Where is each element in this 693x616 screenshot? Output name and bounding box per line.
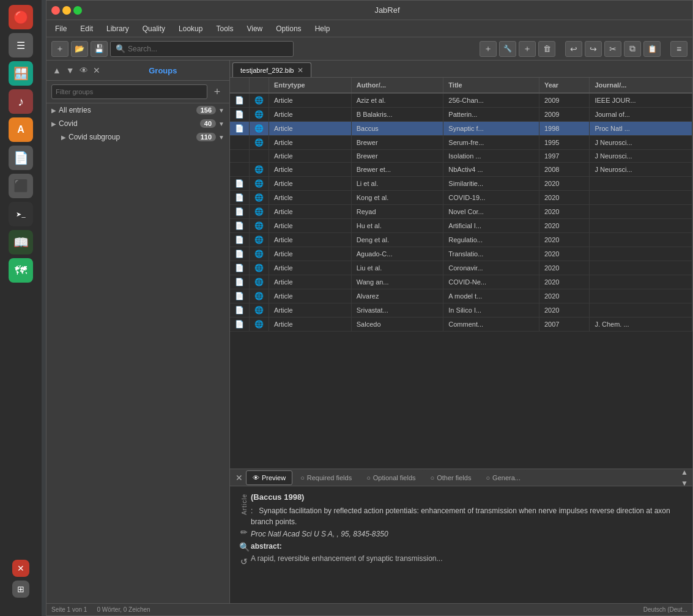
- cell-entrytype: Article: [269, 317, 352, 332]
- all-entries-label: All entries: [59, 106, 196, 114]
- col-entrytype[interactable]: Entrytype: [269, 78, 352, 93]
- table-row[interactable]: 🌐ArticleBrewerSerum-fre...1995J Neurosci…: [230, 136, 692, 150]
- table-row[interactable]: 📄🌐ArticleAguado-C...Translatio...2020: [230, 247, 692, 261]
- save-button[interactable]: 💾: [91, 41, 108, 57]
- menu-tools[interactable]: Tools: [210, 22, 239, 35]
- menu-file[interactable]: File: [49, 22, 73, 35]
- cell-entrytype: Article: [269, 122, 352, 136]
- cell-entrytype: Article: [269, 191, 352, 205]
- filter-groups-input[interactable]: [51, 84, 207, 99]
- sidebar-item-covid[interactable]: ▶ Covid 40 ▼: [46, 117, 229, 130]
- edit-icon[interactable]: ✏: [240, 527, 248, 537]
- taskbar-app9[interactable]: 📖: [9, 230, 33, 254]
- close-button[interactable]: [51, 6, 60, 15]
- tab-other-fields[interactable]: ○ Other fields: [424, 470, 478, 485]
- expand-up-button[interactable]: ▲: [679, 467, 690, 478]
- cell-title: Coronavir...: [443, 261, 539, 275]
- open-library-button[interactable]: 📂: [71, 41, 88, 57]
- all-entries-arrow: ▶: [51, 107, 56, 114]
- file-icon: 📄: [235, 236, 244, 244]
- tab-close-icon[interactable]: ✕: [297, 66, 303, 75]
- paste-button[interactable]: 📋: [643, 41, 661, 57]
- taskbar-app7[interactable]: ⬛: [9, 174, 33, 198]
- table-row[interactable]: 📄🌐ArticleKong et al.COVID-19...2020: [230, 191, 692, 205]
- close-groups-icon[interactable]: ✕: [92, 64, 102, 76]
- menu-help[interactable]: Help: [309, 22, 336, 35]
- col-title[interactable]: Title: [443, 78, 539, 93]
- taskbar-app4[interactable]: ♪: [9, 89, 33, 114]
- table-row[interactable]: 📄🌐ArticleSalcedoComment...2007J. Chem. .…: [230, 317, 692, 332]
- menu-lookup[interactable]: Lookup: [172, 22, 209, 35]
- delete-button[interactable]: 🗑: [538, 41, 555, 57]
- cell-web-icon: 🌐: [250, 108, 269, 122]
- taskbar-app1[interactable]: 🔴: [9, 5, 33, 29]
- sidebar-item-all-entries[interactable]: ▶ All entries 156 ▼: [46, 103, 229, 117]
- table-row[interactable]: 📄🌐ArticleLiu et al.Coronavir...2020: [230, 261, 692, 275]
- add-from-id-button[interactable]: 🔧: [499, 41, 516, 57]
- add-from-web-button[interactable]: ＋: [519, 41, 536, 57]
- table-row[interactable]: 📄🌐ArticleLi et al.Similaritie...2020: [230, 177, 692, 191]
- cell-year: 2007: [539, 317, 590, 332]
- refresh-icon[interactable]: ↺: [240, 557, 248, 566]
- window-title: JabRef: [87, 6, 687, 15]
- menu-view[interactable]: View: [240, 22, 269, 35]
- table-row[interactable]: 📄🌐ArticleReyadNovel Cor...2020: [230, 205, 692, 219]
- sort-up-icon[interactable]: ▲: [51, 64, 62, 76]
- taskbar-app10[interactable]: 🗺: [9, 258, 33, 283]
- taskbar-error[interactable]: ✕: [12, 560, 29, 577]
- taskbar-grid[interactable]: ⊞: [12, 581, 29, 598]
- menu-quality[interactable]: Quality: [136, 22, 171, 35]
- cut-button[interactable]: ✂: [604, 41, 621, 57]
- table-row[interactable]: 📄🌐ArticleDeng et al.Regulatio...2020: [230, 233, 692, 247]
- menu-options[interactable]: Options: [270, 22, 307, 35]
- cell-entrytype: Article: [269, 108, 352, 122]
- search-input[interactable]: [128, 45, 287, 53]
- more-button[interactable]: ≡: [670, 41, 687, 57]
- table-row[interactable]: 📄🌐ArticleWang an...COVID-Ne...2020: [230, 275, 692, 289]
- add-group-button[interactable]: +: [210, 84, 224, 99]
- taskbar-app3[interactable]: 🪟: [9, 61, 33, 86]
- table-row[interactable]: 📄🌐ArticleAziz et al.256-Chan...2009IEEE …: [230, 93, 692, 108]
- sort-down-icon[interactable]: ▼: [65, 64, 76, 76]
- file-icon: 📄: [235, 320, 244, 328]
- add-entry-button[interactable]: ＋: [480, 41, 497, 57]
- tab-preview[interactable]: 👁 Preview: [246, 470, 292, 485]
- undo-button[interactable]: ↩: [565, 41, 582, 57]
- menu-library[interactable]: Library: [100, 22, 135, 35]
- tab-optional-fields[interactable]: ○ Optional fields: [360, 470, 422, 485]
- table-row[interactable]: 📄🌐ArticleB Balakris...Patterin...2009Jou…: [230, 108, 692, 122]
- table-row[interactable]: 📄🌐ArticleSrivastat...In Silico I...2020: [230, 303, 692, 317]
- new-entry-button[interactable]: ＋: [51, 41, 69, 57]
- redo-button[interactable]: ↪: [585, 41, 602, 57]
- close-bottom-panel-button[interactable]: ✕: [234, 472, 245, 483]
- col-year[interactable]: Year: [539, 78, 590, 93]
- menu-edit[interactable]: Edit: [74, 22, 99, 35]
- table-row[interactable]: 📄🌐ArticleHu et al.Artificial I...2020: [230, 219, 692, 233]
- maximize-button[interactable]: [73, 6, 82, 15]
- optional-fields-tab-icon: ○: [366, 474, 371, 481]
- col-author[interactable]: Author/...: [351, 78, 443, 93]
- minimize-button[interactable]: [62, 6, 71, 15]
- taskbar-app6[interactable]: 📄: [9, 146, 33, 170]
- preview-journal: Proc Natl Acad Sci U S A, , 95, 8345-835…: [251, 530, 685, 538]
- col-web-icon[interactable]: [250, 78, 269, 93]
- sidebar-item-covid-subgroup[interactable]: ▶ Covid subgroup 110 ▼: [46, 130, 229, 144]
- taskbar-app5[interactable]: A: [9, 117, 33, 142]
- cell-web-icon: 🌐: [250, 261, 269, 275]
- table-row[interactable]: 📄🌐ArticleBaccusSynaptic f...1998Proc Nat…: [230, 122, 692, 136]
- col-file-icon[interactable]: [230, 78, 250, 93]
- col-journal[interactable]: Journal/...: [590, 78, 692, 93]
- search-entry-icon[interactable]: 🔍: [239, 542, 250, 552]
- tab-required-fields[interactable]: ○ Required fields: [294, 470, 358, 485]
- taskbar-app2[interactable]: ☰: [9, 33, 33, 58]
- table-row[interactable]: 🌐ArticleBrewer et...NbActiv4 ...2008J Ne…: [230, 163, 692, 177]
- table-row[interactable]: 📄🌐ArticleAlvarezA model t...2020: [230, 289, 692, 303]
- tab-general[interactable]: ○ Genera...: [479, 470, 527, 485]
- taskbar-app8[interactable]: ➤_: [9, 202, 33, 226]
- file-icon: 📄: [235, 221, 244, 230]
- tab-main[interactable]: testjabref_292.bib ✕: [232, 62, 311, 77]
- table-row[interactable]: ArticleBrewerIsolation ...1997J Neurosci…: [230, 150, 692, 163]
- toggle-groups-icon[interactable]: 👁: [78, 64, 89, 76]
- cell-author: Brewer et...: [351, 163, 443, 177]
- copy-button[interactable]: ⧉: [624, 41, 641, 57]
